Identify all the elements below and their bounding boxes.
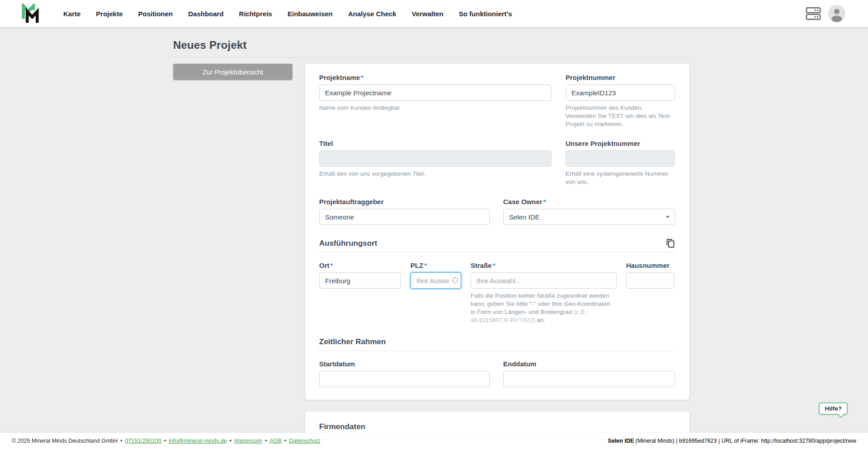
titel-label: Titel [319, 140, 552, 147]
copy-icon[interactable] [666, 239, 675, 248]
session-details: (Mineral Minds) | b91695ed7623 | URL of … [634, 438, 856, 444]
section-ausfuehrungsort: Ausführungsort [319, 239, 675, 253]
projektauftraggeber-label: Projektauftraggeber [319, 198, 490, 206]
section-zeitlicher-rahmen: Zeitlicher Rahmen [319, 337, 675, 351]
nav-item-einbauweisen[interactable]: Einbauweisen [288, 10, 333, 18]
ort-label: Ort* [319, 262, 401, 269]
unsere-projektnummer-label: Unsere Projektnummer [566, 140, 675, 147]
projektnummer-input[interactable] [566, 84, 675, 101]
footer-left: © 2025 Mineral Minds Deutschland GmbH • … [12, 438, 321, 444]
field-startdatum: Startdatum [319, 360, 490, 387]
field-titel: Titel Erhält den von uns vorgegebenen Ti… [319, 140, 552, 186]
field-projektnummer: Projektnummer Projektnummer des Kunden. … [566, 74, 675, 128]
footer-link-email[interactable]: info@mineral-minds.de [169, 438, 227, 444]
field-hausnummer: Hausnummer [626, 262, 675, 324]
field-plz: PLZ* [410, 262, 461, 324]
ausfuehrungsort-title: Ausführungsort [319, 239, 377, 248]
projektname-label: Projektname* [319, 74, 552, 81]
loading-spinner-icon [452, 277, 458, 283]
separator-dot: • [120, 438, 122, 444]
separator-dot: • [164, 438, 166, 444]
hausnummer-input[interactable] [626, 272, 675, 289]
unsere-projektnummer-input [566, 150, 675, 167]
footer-link-phone[interactable]: 07151/250100 [125, 438, 161, 444]
firmendaten-title: Firmendaten [319, 422, 365, 431]
required-marker: * [543, 198, 546, 206]
main-nav: Karte Projekte Positionen Dashboard Rich… [63, 10, 512, 18]
field-strasse: Straße* Falls die Position keiner Straße… [471, 262, 617, 324]
titel-input [319, 150, 552, 167]
separator-dot: • [230, 438, 231, 444]
avatar-icon [828, 5, 845, 22]
nav-item-verwalten[interactable]: Verwalten [412, 10, 443, 18]
nav-right-icons [806, 5, 845, 22]
footer-link-impressum[interactable]: Impressum [234, 438, 262, 444]
case-owner-select[interactable]: Selen IDE [503, 209, 675, 225]
strasse-helper: Falls die Position keiner Straße zugeord… [471, 292, 617, 324]
projektnummer-helper: Projektnummer des Kunden. Verwenden Sie … [566, 104, 675, 128]
field-projektname: Projektname* Name vom Kunden festlegbar [319, 74, 552, 128]
projektname-helper: Name vom Kunden festlegbar [319, 104, 552, 112]
help-button[interactable]: Hilfe? [819, 402, 848, 415]
required-marker: * [493, 262, 495, 269]
field-enddatum: Enddatum [503, 360, 675, 387]
chevron-down-icon [666, 216, 670, 218]
session-user: Selen IDE [608, 438, 634, 444]
startdatum-label: Startdatum [319, 360, 490, 368]
unsere-projektnummer-helper: Erhält eine systemgenerierte Nummer von … [566, 170, 675, 186]
field-ort: Ort* [319, 262, 401, 324]
footer-link-datenschutz[interactable]: Datenschutz [289, 438, 320, 444]
plz-label: PLZ* [410, 262, 461, 269]
logo-m-icon [20, 4, 40, 23]
required-marker: * [424, 262, 427, 269]
field-case-owner: Case Owner* Selen IDE [503, 198, 675, 225]
nav-item-dashboard[interactable]: Dashboard [188, 10, 223, 18]
mineral-minds-logo-icon[interactable] [20, 3, 41, 24]
copyright-text: © 2025 Mineral Minds Deutschland GmbH [12, 438, 118, 444]
field-unsere-projektnummer: Unsere Projektnummer Erhält eine systemg… [566, 140, 675, 186]
nav-item-projekte[interactable]: Projekte [96, 10, 123, 18]
main-content: Neues Projekt Zur Projektübersicht Proje… [173, 27, 689, 449]
zeitlicher-rahmen-title: Zeitlicher Rahmen [319, 337, 386, 346]
field-projektauftraggeber: Projektauftraggeber [319, 198, 490, 225]
nav-item-so-funktionierts[interactable]: So funktioniert's [459, 10, 512, 18]
nav-item-karte[interactable]: Karte [63, 10, 80, 18]
projektauftraggeber-input[interactable] [319, 209, 490, 225]
enddatum-label: Enddatum [503, 360, 675, 368]
required-marker: * [361, 74, 363, 81]
user-avatar[interactable] [828, 5, 845, 22]
ort-input[interactable] [319, 272, 401, 289]
footer: © 2025 Mineral Minds Deutschland GmbH • … [0, 433, 868, 449]
enddatum-input[interactable] [503, 371, 675, 387]
project-form-card: Projektname* Name vom Kunden festlegbar … [305, 64, 689, 400]
titel-helper: Erhält den von uns vorgegebenen Titel. [319, 170, 552, 178]
projektname-input[interactable] [319, 84, 552, 101]
projektnummer-label: Projektnummer [566, 74, 675, 81]
case-owner-label: Case Owner* [503, 198, 675, 206]
strasse-input[interactable] [471, 272, 617, 289]
footer-session-info: Selen IDE (Mineral Minds) | b91695ed7623… [608, 438, 856, 444]
separator-dot: • [265, 438, 267, 444]
title-divider [173, 57, 689, 57]
nav-item-richtpreis[interactable]: Richtpreis [239, 10, 272, 18]
top-nav: Karte Projekte Positionen Dashboard Rich… [0, 0, 868, 27]
server-dns-icon[interactable] [806, 7, 821, 20]
hausnummer-label: Hausnummer [626, 262, 675, 269]
back-to-project-overview-button[interactable]: Zur Projektübersicht [173, 64, 292, 80]
required-marker: * [330, 262, 333, 269]
startdatum-input[interactable] [319, 371, 490, 387]
page-title: Neues Projekt [173, 39, 689, 51]
strasse-label: Straße* [471, 262, 617, 269]
nav-item-analyse-check[interactable]: Analyse Check [348, 10, 396, 18]
case-owner-selected-value: Selen IDE [509, 213, 540, 221]
footer-link-agb[interactable]: AGB [269, 438, 281, 444]
separator-dot: • [284, 438, 286, 444]
nav-item-positionen[interactable]: Positionen [138, 10, 173, 18]
